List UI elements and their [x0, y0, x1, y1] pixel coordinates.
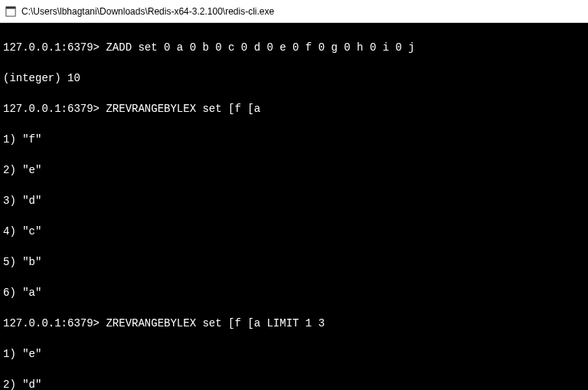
window-title: C:\Users\lbhagtani\Downloads\Redis-x64-3…: [21, 6, 274, 17]
terminal-line: 1) "f": [3, 132, 585, 147]
terminal-line: 127.0.0.1:6379> ZADD set 0 a 0 b 0 c 0 d…: [3, 40, 585, 55]
svg-rect-1: [6, 6, 15, 8]
terminal-line: 3) "d": [3, 193, 585, 208]
terminal-line: (integer) 10: [3, 70, 585, 86]
terminal-line: 5) "b": [3, 254, 585, 270]
terminal-line: 127.0.0.1:6379> ZREVRANGEBYLEX set [f [a…: [3, 316, 585, 331]
terminal-line: 6) "a": [3, 285, 585, 300]
terminal-line: 127.0.0.1:6379> ZREVRANGEBYLEX set [f [a: [3, 101, 585, 116]
terminal-line: 4) "c": [3, 224, 585, 239]
terminal-output[interactable]: 127.0.0.1:6379> ZADD set 0 a 0 b 0 c 0 d…: [0, 23, 588, 390]
terminal-line: 1) "e": [3, 346, 585, 362]
app-icon: [5, 5, 17, 18]
terminal-line: 2) "e": [3, 162, 585, 178]
window-title-bar: C:\Users\lbhagtani\Downloads\Redis-x64-3…: [0, 0, 588, 23]
terminal-line: 2) "d": [3, 377, 585, 390]
